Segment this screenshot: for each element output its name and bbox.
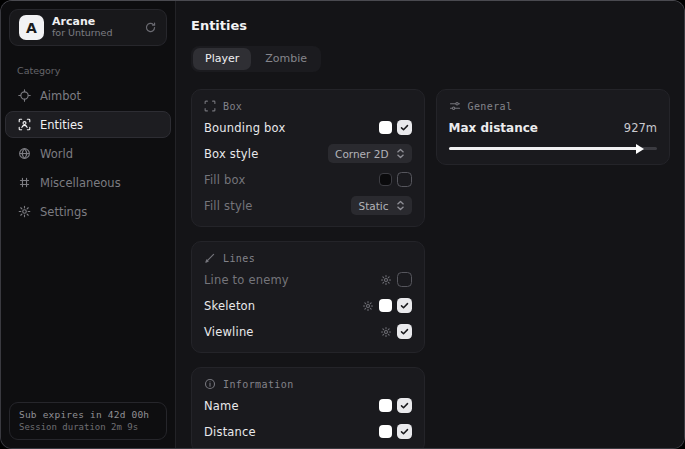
row-controls <box>379 398 412 413</box>
row-controls <box>379 424 412 439</box>
sub-expiry-text: Sub expires in 42d 00h <box>19 409 157 420</box>
row-label: Viewline <box>204 325 254 339</box>
row-controls <box>380 272 412 287</box>
max-distance-value: 927m <box>624 121 657 135</box>
checkbox-checked[interactable] <box>397 424 412 439</box>
box-card: Box Bounding box Box style <box>191 89 425 227</box>
row-label: Fill box <box>204 173 245 187</box>
row-controls: Corner 2D <box>328 144 411 163</box>
row-label: Skeleton <box>204 299 255 313</box>
crosshair-icon <box>18 89 31 102</box>
row-settings-gear-icon[interactable] <box>380 326 392 338</box>
max-distance-label: Max distance <box>449 121 538 135</box>
tab-player[interactable]: Player <box>193 48 251 70</box>
checkbox-unchecked[interactable] <box>397 272 412 287</box>
box-select-icon <box>204 100 216 112</box>
row-controls <box>379 120 412 135</box>
color-swatch[interactable] <box>379 399 392 412</box>
lines-card-title: Lines <box>223 253 255 264</box>
general-card-title: General <box>468 101 513 112</box>
dropdown-value: Static <box>358 200 388 212</box>
sync-icon[interactable] <box>144 21 157 34</box>
max-distance-slider[interactable] <box>449 142 658 154</box>
fill-style-dropdown[interactable]: Static <box>351 196 411 215</box>
info-icon <box>204 378 216 390</box>
setting-row-fill-box: Fill box <box>204 169 412 190</box>
row-settings-gear-icon[interactable] <box>362 300 374 312</box>
lines-card-header: Lines <box>204 252 412 264</box>
box-style-dropdown[interactable]: Corner 2D <box>328 144 411 163</box>
box-card-header: Box <box>204 100 412 112</box>
row-controls: Static <box>351 196 411 215</box>
setting-row-distance: Distance <box>204 421 412 442</box>
checkbox-checked[interactable] <box>397 324 412 339</box>
main-panel: Entities Player Zombie Box <box>176 1 684 448</box>
page-title: Entities <box>191 18 670 33</box>
chevron-up-down-icon <box>396 148 405 159</box>
brand-text: Arcane for Unturned <box>52 16 112 40</box>
checkbox-checked[interactable] <box>397 398 412 413</box>
right-column: General Max distance 927m <box>436 89 671 165</box>
row-controls <box>380 324 412 339</box>
entities-icon <box>18 118 31 131</box>
sidebar-item-label: Miscellaneous <box>40 176 121 190</box>
brand-subtitle: for Unturned <box>52 28 112 39</box>
row-controls <box>362 298 412 313</box>
session-duration-text: Session duration 2m 9s <box>19 422 157 432</box>
gear-icon <box>18 205 31 218</box>
sidebar-item-world[interactable]: World <box>5 140 171 167</box>
globe-icon <box>18 147 31 160</box>
row-label: Box style <box>204 147 258 161</box>
row-label: Fill style <box>204 199 253 213</box>
tab-zombie[interactable]: Zombie <box>253 48 319 70</box>
box-card-title: Box <box>223 101 242 112</box>
sidebar-nav: Aimbot Entities World <box>1 82 175 225</box>
slider-thumb[interactable] <box>636 144 644 154</box>
row-settings-gear-icon[interactable] <box>380 274 392 286</box>
setting-row-skeleton: Skeleton <box>204 295 412 316</box>
information-card-title: Information <box>223 379 294 390</box>
sidebar: A Arcane for Unturned Category Aimbot <box>1 1 176 448</box>
pencil-icon <box>204 252 216 264</box>
information-card: Information Name Distance <box>191 367 425 448</box>
sidebar-item-label: Settings <box>40 205 87 219</box>
setting-row-fill-style: Fill style Static <box>204 195 412 216</box>
setting-row-viewline: Viewline <box>204 321 412 342</box>
color-swatch[interactable] <box>379 425 392 438</box>
color-swatch[interactable] <box>379 121 392 134</box>
brand-logo: A <box>19 15 44 40</box>
sidebar-item-settings[interactable]: Settings <box>5 198 171 225</box>
subscription-status-card: Sub expires in 42d 00h Session duration … <box>9 402 167 440</box>
sidebar-item-label: Aimbot <box>40 89 81 103</box>
checkbox-checked[interactable] <box>397 298 412 313</box>
row-label: Distance <box>204 425 256 439</box>
setting-row-line-to-enemy: Line to enemy <box>204 269 412 290</box>
sidebar-item-miscellaneous[interactable]: Miscellaneous <box>5 169 171 196</box>
grid-icon <box>18 176 31 189</box>
color-swatch[interactable] <box>379 299 392 312</box>
entity-tabs: Player Zombie <box>191 46 321 72</box>
setting-row-bounding-box: Bounding box <box>204 117 412 138</box>
row-label: Bounding box <box>204 121 285 135</box>
color-swatch[interactable] <box>379 173 392 186</box>
setting-row-name: Name <box>204 395 412 416</box>
setting-row-box-style: Box style Corner 2D <box>204 143 412 164</box>
category-label: Category <box>17 65 159 76</box>
brand-card: A Arcane for Unturned <box>9 9 167 46</box>
lines-card: Lines Line to enemy <box>191 241 425 353</box>
general-card: General Max distance 927m <box>436 89 671 165</box>
sidebar-item-aimbot[interactable]: Aimbot <box>5 82 171 109</box>
row-label: Line to enemy <box>204 273 289 287</box>
sidebar-item-label: World <box>40 147 73 161</box>
chevron-up-down-icon <box>396 200 405 211</box>
left-column: Box Bounding box Box style <box>191 89 425 448</box>
checkbox-unchecked[interactable] <box>397 172 412 187</box>
sidebar-item-entities[interactable]: Entities <box>5 111 171 138</box>
row-label: Name <box>204 399 239 413</box>
checkbox-checked[interactable] <box>397 120 412 135</box>
general-card-header: General <box>449 100 658 112</box>
sliders-icon <box>449 100 461 112</box>
sidebar-item-label: Entities <box>40 118 83 132</box>
row-controls <box>379 172 412 187</box>
max-distance-row: Max distance 927m <box>449 121 658 135</box>
